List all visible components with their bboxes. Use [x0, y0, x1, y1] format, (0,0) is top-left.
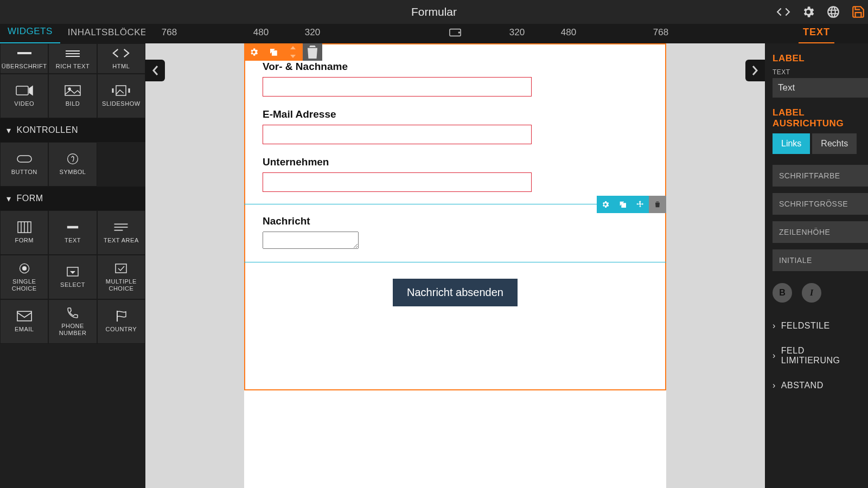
gear-icon[interactable]	[801, 4, 816, 20]
field-fontcolor[interactable]: SCHRIFTFARBE	[773, 165, 868, 187]
reorder-button[interactable]	[283, 43, 303, 61]
widget-grid-form: FORM TEXT TEXT AREA SINGLE CHOICE SELECT…	[0, 210, 145, 344]
widget-grid-kontrollen: BUTTON SYMBOL	[0, 142, 145, 187]
svg-rect-32	[622, 203, 626, 207]
widget-textarea[interactable]: TEXT AREA	[97, 210, 145, 255]
widget-label: PHONE NUMBER	[49, 323, 96, 337]
widget-label: BUTTON	[11, 169, 37, 176]
widget-label: HTML	[112, 63, 130, 70]
widget-heading[interactable]: ÜBERSCHRIFT	[0, 43, 48, 74]
duplicate-button[interactable]	[614, 196, 631, 213]
widget-select[interactable]: SELECT	[48, 255, 97, 299]
field-name: Vor- & Nachname	[263, 61, 648, 97]
widget-label: SELECT	[60, 281, 85, 288]
move-button[interactable]	[631, 196, 649, 213]
field-toolbar	[597, 196, 666, 213]
italic-button[interactable]: I	[802, 283, 821, 303]
topbar: Formular	[0, 0, 868, 24]
settings-button[interactable]	[597, 196, 614, 213]
accordion-fieldstyle[interactable]: › FELDSTILE	[765, 313, 868, 338]
widget-slideshow[interactable]: SLIDESHOW	[97, 74, 145, 118]
accordion-label: FELD LIMITIERUNG	[781, 346, 860, 365]
field-lineheight[interactable]: ZEILENHÖHE	[773, 221, 868, 243]
widget-label: EMAIL	[15, 326, 34, 333]
widget-button[interactable]: BUTTON	[0, 142, 48, 187]
widget-multichoice[interactable]: MULTIPLE CHOICE	[97, 255, 145, 299]
code-icon	[112, 47, 130, 60]
widget-richtext[interactable]: RICH TEXT	[48, 43, 97, 74]
settings-button[interactable]	[244, 43, 264, 61]
tablet-icon[interactable]	[449, 28, 461, 39]
ruler: 768 480 320 320 480 768	[145, 24, 765, 43]
button-icon	[15, 152, 34, 165]
widget-symbol[interactable]: SYMBOL	[48, 142, 97, 187]
widget-singlechoice[interactable]: SINGLE CHOICE	[0, 255, 48, 299]
input-company[interactable]	[263, 172, 532, 192]
form-toolbar	[244, 43, 322, 61]
widget-country[interactable]: COUNTRY	[97, 299, 145, 344]
widget-email[interactable]: EMAIL	[0, 299, 48, 344]
section-label: KONTROLLEN	[17, 125, 78, 135]
textarea-message[interactable]	[263, 232, 359, 249]
field-fontsize[interactable]: SCHRIFTGRÖSSE	[773, 193, 868, 215]
input-label-text[interactable]	[773, 78, 868, 98]
field-initial[interactable]: INITIALE	[773, 249, 868, 271]
radio-icon	[15, 262, 34, 275]
widget-html[interactable]: HTML	[97, 43, 145, 74]
bold-button[interactable]: B	[773, 283, 792, 303]
code-icon[interactable]	[776, 4, 791, 20]
widget-label: SINGLE CHOICE	[1, 278, 48, 292]
chevron-down-icon: ▾	[7, 125, 11, 136]
accordion-label: ABSTAND	[781, 381, 824, 390]
field-company: Unternehmen	[263, 156, 648, 192]
section-kontrollen[interactable]: ▾ KONTROLLEN	[0, 118, 145, 142]
widget-label: COUNTRY	[105, 326, 137, 333]
widget-label: BILD	[66, 100, 80, 107]
sidebar-widgets: ÜBERSCHRIFT RICH TEXT HTML VIDEO BILD SL…	[0, 43, 145, 488]
minus-icon	[63, 221, 82, 234]
delete-button[interactable]	[649, 196, 666, 213]
text-style-group: B I	[765, 278, 868, 313]
prev-arrow[interactable]	[145, 60, 165, 81]
widget-phone[interactable]: PHONE NUMBER	[48, 299, 97, 344]
ruler-mark: 320	[305, 27, 320, 38]
delete-button[interactable]	[303, 43, 322, 61]
field-message-selected[interactable]: Nachricht	[244, 204, 666, 262]
accordion-spacing[interactable]: › ABSTAND	[765, 373, 868, 398]
input-name[interactable]	[263, 77, 532, 97]
label-message: Nachricht	[263, 215, 648, 227]
svg-marker-30	[290, 46, 296, 49]
left-tabs: WIDGETS INHALTSBLÖCKE	[0, 24, 145, 43]
section-form[interactable]: ▾ FORM	[0, 187, 145, 210]
chevron-down-icon: ▾	[7, 194, 11, 204]
svg-rect-29	[272, 51, 277, 55]
svg-rect-27	[17, 312, 31, 321]
form-preview: Vor- & Nachname E-Mail Adresse Unternehm…	[244, 43, 666, 488]
globe-icon[interactable]	[826, 4, 841, 20]
input-email[interactable]	[263, 125, 532, 144]
widget-video[interactable]: VIDEO	[0, 74, 48, 118]
select-icon	[63, 265, 82, 278]
align-right-button[interactable]: Rechts	[812, 133, 857, 154]
section-align-title: LABEL AUSRICHTUNG	[765, 107, 868, 133]
lines-icon	[63, 47, 82, 60]
flag-icon	[112, 310, 130, 323]
chevron-right-icon: ›	[773, 351, 776, 361]
duplicate-button[interactable]	[264, 43, 283, 61]
tab-widgets[interactable]: WIDGETS	[0, 21, 60, 43]
widget-image[interactable]: BILD	[48, 74, 97, 118]
save-icon[interactable]	[851, 4, 866, 20]
widget-text[interactable]: TEXT	[48, 210, 97, 255]
form-icon	[15, 221, 34, 234]
align-left-button[interactable]: Links	[773, 133, 810, 154]
tab-text[interactable]: TEXT	[799, 22, 834, 43]
widget-label: FORM	[15, 237, 33, 244]
widget-label: SYMBOL	[60, 169, 86, 176]
next-arrow[interactable]	[745, 60, 765, 81]
accordion-fieldlimit[interactable]: › FELD LIMITIERUNG	[765, 338, 868, 373]
widget-form[interactable]: FORM	[0, 210, 48, 255]
tab-blocks[interactable]: INHALTSBLÖCKE	[60, 22, 155, 43]
svg-marker-31	[290, 55, 296, 58]
form-body: Vor- & Nachname E-Mail Adresse Unternehm…	[244, 43, 666, 328]
submit-button[interactable]: Nachricht absenden	[393, 279, 518, 306]
